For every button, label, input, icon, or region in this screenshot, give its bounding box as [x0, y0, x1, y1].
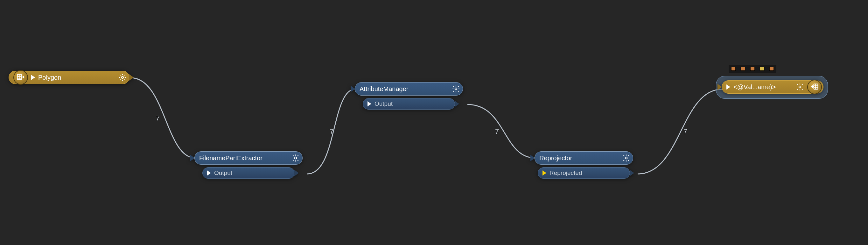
gear-icon[interactable] [118, 73, 127, 82]
expand-icon [368, 101, 371, 106]
port-label: Output [374, 100, 393, 107]
feature-icon [731, 66, 736, 72]
feature-icon [750, 66, 755, 72]
expand-icon [31, 75, 35, 80]
output-nub[interactable] [630, 170, 634, 176]
transformer-header[interactable]: Reprojector [534, 151, 633, 165]
reader-header[interactable]: Polygon [8, 71, 129, 84]
port-label: Reprojected [550, 169, 582, 176]
expand-icon [207, 170, 211, 175]
feature-icon [769, 66, 774, 72]
edge-count-1: 7 [156, 114, 160, 123]
input-nub[interactable] [351, 86, 355, 92]
edge-count-3: 7 [495, 128, 499, 136]
svg-point-4 [625, 157, 627, 159]
edge-count-4: 7 [683, 128, 687, 136]
gear-icon[interactable] [291, 154, 300, 162]
gear-icon[interactable] [622, 154, 630, 162]
wire-rp-writer [638, 89, 722, 174]
wire-am-rp [467, 105, 535, 158]
transformer-title: AttributeManager [360, 85, 448, 93]
transformer-header[interactable]: AttributeManager [355, 82, 463, 96]
reader-node-polygon[interactable]: Polygon [8, 71, 129, 84]
input-nub[interactable] [530, 155, 535, 161]
svg-point-3 [455, 88, 457, 90]
svg-rect-5 [731, 67, 736, 71]
expand-icon [726, 84, 730, 89]
svg-rect-6 [741, 67, 745, 71]
transformer-filenamepartextractor[interactable]: FilenamePartExtractor Output [194, 151, 303, 179]
feature-icon [740, 66, 746, 72]
transformer-attributemanager[interactable]: AttributeManager Output [355, 82, 463, 110]
transformer-reprojector[interactable]: Reprojector Reprojected [534, 151, 633, 179]
writer-node[interactable]: <@Val...ame)> [722, 80, 824, 94]
input-nub[interactable] [190, 155, 195, 161]
writer-dataset-icon [807, 80, 822, 94]
svg-rect-7 [750, 67, 755, 71]
expand-icon [542, 170, 546, 175]
svg-point-2 [294, 157, 297, 159]
transformer-title: FilenamePartExtractor [199, 155, 288, 162]
feature-type-icons [728, 65, 776, 73]
output-port[interactable]: Output [363, 98, 455, 110]
svg-point-10 [799, 86, 801, 88]
connections-layer [0, 0, 868, 245]
transformer-title: Reprojector [539, 155, 619, 162]
output-nub[interactable] [129, 74, 134, 81]
reader-title: Polygon [38, 74, 115, 81]
svg-point-1 [122, 77, 124, 79]
writer-title: <@Val...ame)> [734, 83, 793, 91]
wire-fpe-am [307, 89, 356, 174]
feature-icon [759, 66, 765, 72]
svg-rect-8 [760, 67, 764, 71]
gear-icon[interactable] [452, 85, 460, 93]
reader-dataset-icon [13, 70, 28, 85]
gear-icon[interactable] [796, 83, 804, 91]
output-port-reprojected[interactable]: Reprojected [538, 167, 630, 179]
writer-header[interactable]: <@Val...ame)> [722, 80, 824, 94]
wire-reader-fpe [130, 78, 195, 158]
port-label: Output [214, 169, 232, 176]
output-port[interactable]: Output [203, 167, 294, 179]
transformer-header[interactable]: FilenamePartExtractor [194, 151, 303, 165]
svg-rect-9 [769, 67, 774, 71]
edge-count-2: 7 [330, 128, 334, 136]
output-nub[interactable] [294, 170, 299, 176]
output-nub[interactable] [455, 101, 459, 107]
